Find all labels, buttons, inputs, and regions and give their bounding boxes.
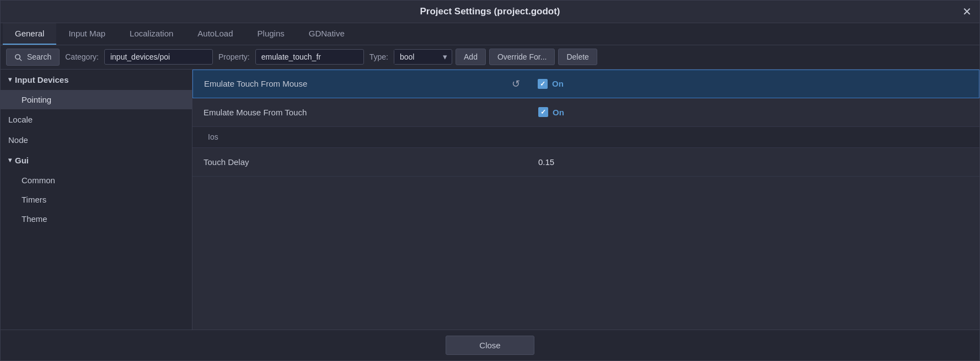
type-label: Type:: [367, 52, 390, 61]
sidebar-item-timers[interactable]: Timers: [1, 190, 192, 209]
emulate-mouse-label: Emulate Mouse From Touch: [192, 108, 527, 117]
sidebar-item-node[interactable]: Node: [1, 130, 192, 150]
settings-row-emulate-touch[interactable]: Emulate Touch From Mouse ↺ On: [192, 70, 979, 98]
svg-line-1: [19, 59, 22, 61]
sidebar-group-gui[interactable]: ▾ Gui: [1, 150, 192, 171]
settings-row-touch-delay[interactable]: Touch Delay 0.15: [192, 148, 979, 177]
override-for-button[interactable]: Override For...: [489, 49, 555, 65]
search-icon: [14, 54, 23, 62]
emulate-mouse-value: On: [527, 107, 979, 117]
property-label: Property:: [216, 52, 252, 61]
checkbox-emulate-touch[interactable]: [538, 79, 548, 89]
close-dialog-button[interactable]: Close: [446, 336, 534, 355]
sidebar-item-theme[interactable]: Theme: [1, 209, 192, 229]
chevron-down-icon: ▾: [438, 52, 452, 62]
emulate-touch-label: Emulate Touch From Mouse: [193, 79, 505, 88]
chevron-down-icon: ▾: [8, 156, 12, 164]
emulate-mouse-on-text: On: [553, 108, 564, 117]
main-content: ▾ Input Devices Pointing Locale Node ▾ G…: [1, 70, 979, 330]
settings-row-emulate-mouse[interactable]: Emulate Mouse From Touch On: [192, 98, 979, 127]
emulate-touch-value: On: [527, 79, 979, 89]
window-close-button[interactable]: ✕: [962, 6, 972, 17]
sidebar-item-common[interactable]: Common: [1, 171, 192, 190]
touch-delay-number: 0.15: [538, 157, 554, 167]
sidebar-group-gui-label: Gui: [15, 156, 29, 165]
reset-button-emulate-touch[interactable]: ↺: [505, 78, 527, 90]
tab-plugins[interactable]: Plugins: [245, 23, 297, 45]
svg-point-0: [15, 55, 20, 59]
checkbox-emulate-mouse[interactable]: [538, 107, 548, 117]
settings-row-ios-section: Ios: [192, 127, 979, 148]
tab-bar: General Input Map Localization AutoLoad …: [1, 23, 979, 45]
sidebar-item-locale[interactable]: Locale: [1, 109, 192, 130]
ios-section-label: Ios: [192, 132, 979, 141]
property-input[interactable]: [255, 49, 364, 65]
sidebar: ▾ Input Devices Pointing Locale Node ▾ G…: [1, 70, 192, 330]
sidebar-item-pointing[interactable]: Pointing: [1, 90, 192, 109]
tab-input-map[interactable]: Input Map: [56, 23, 117, 45]
touch-delay-value: 0.15: [527, 157, 979, 167]
dialog-title: Project Settings (project.godot): [420, 6, 560, 17]
sidebar-group-input-devices-label: Input Devices: [15, 75, 69, 84]
footer: Close: [1, 330, 979, 360]
delete-button[interactable]: Delete: [558, 49, 597, 65]
content-area: Emulate Touch From Mouse ↺ On Emulate Mo…: [192, 70, 979, 330]
search-label: Search: [27, 52, 51, 61]
tab-general[interactable]: General: [3, 23, 56, 45]
touch-delay-label: Touch Delay: [192, 157, 527, 167]
toolbar: Search Category: Property: Type: bool in…: [1, 45, 979, 70]
tab-localization[interactable]: Localization: [117, 23, 185, 45]
chevron-down-icon: ▾: [8, 76, 12, 83]
emulate-touch-on-text: On: [552, 79, 564, 88]
type-select[interactable]: bool int float String: [394, 50, 438, 64]
type-select-wrap: bool int float String ▾: [394, 49, 452, 65]
tab-autoload[interactable]: AutoLoad: [185, 23, 245, 45]
sidebar-group-input-devices[interactable]: ▾ Input Devices: [1, 70, 192, 90]
tab-gdnative[interactable]: GDNative: [297, 23, 357, 45]
search-button[interactable]: Search: [6, 49, 60, 66]
add-button[interactable]: Add: [456, 49, 486, 65]
category-label: Category:: [63, 52, 101, 61]
category-input[interactable]: [104, 49, 213, 65]
project-settings-dialog: Project Settings (project.godot) ✕ Gener…: [0, 0, 980, 361]
title-bar: Project Settings (project.godot) ✕: [1, 1, 979, 23]
